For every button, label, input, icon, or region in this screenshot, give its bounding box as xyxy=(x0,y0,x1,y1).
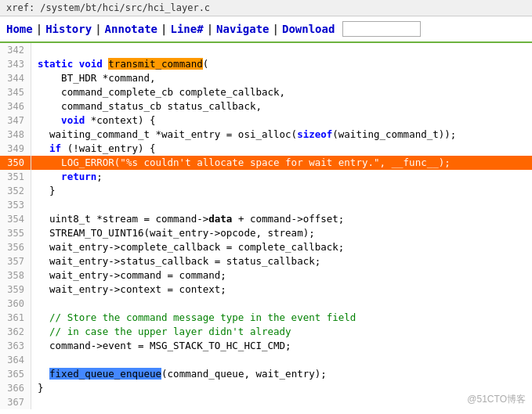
line-number: 349 xyxy=(0,142,31,156)
line-content: wait_entry->context = context; xyxy=(31,283,226,297)
line-content: uint8_t *stream = command->data + comman… xyxy=(31,212,344,226)
line-number: 350 xyxy=(0,156,31,170)
line-content: if (!wait_entry) { xyxy=(31,142,156,156)
line-number: 362 xyxy=(0,325,31,339)
table-row: 367 xyxy=(0,395,532,409)
line-content: LOG_ERROR("%s couldn't allocate space fo… xyxy=(31,156,451,170)
nav-sep-2: | xyxy=(95,23,101,35)
table-row: 351 return; xyxy=(0,170,532,184)
line-content: waiting_command_t *wait_entry = osi_allo… xyxy=(31,128,456,142)
line-content xyxy=(31,353,38,367)
line-number: 345 xyxy=(0,85,31,99)
line-number: 359 xyxy=(0,283,31,297)
line-number: 366 xyxy=(0,381,31,395)
line-content: STREAM_TO_UINT16(wait_entry->opcode, str… xyxy=(31,226,315,240)
line-number: 357 xyxy=(0,254,31,268)
line-content: fixed_queue_enqueue(command_queue, wait_… xyxy=(31,367,327,381)
line-number: 344 xyxy=(0,71,31,85)
nav-lineno[interactable]: Line# xyxy=(170,23,203,35)
nav-home[interactable]: Home xyxy=(6,23,33,35)
table-row: 345 command_complete_cb complete_callbac… xyxy=(0,85,532,99)
line-content: command_complete_cb complete_callback, xyxy=(31,85,285,99)
table-row: 364 xyxy=(0,353,532,367)
file-path: xref: /system/bt/hci/src/hci_layer.c xyxy=(6,2,210,13)
watermark: @51CTO博客 xyxy=(467,393,526,406)
table-row: 361 // Store the command message type in… xyxy=(0,311,532,325)
line-number: 363 xyxy=(0,339,31,353)
search-input[interactable] xyxy=(342,21,421,37)
line-number: 365 xyxy=(0,367,31,381)
line-content xyxy=(31,395,38,409)
line-number: 354 xyxy=(0,212,31,226)
table-row: 360 xyxy=(0,297,532,311)
line-number: 361 xyxy=(0,311,31,325)
table-row: 362 // in case the upper layer didn't al… xyxy=(0,325,532,339)
line-number: 348 xyxy=(0,128,31,142)
nav-sep-1: | xyxy=(36,23,42,35)
table-row: 359 wait_entry->context = context; xyxy=(0,283,532,297)
table-row: 366 } xyxy=(0,381,532,395)
line-content xyxy=(31,43,38,57)
nav-sep-5: | xyxy=(273,23,279,35)
line-content: BT_HDR *command, xyxy=(31,71,156,85)
table-row: 344 BT_HDR *command, xyxy=(0,71,532,85)
line-content xyxy=(31,198,38,212)
nav-navigate[interactable]: Navigate xyxy=(216,23,269,35)
line-number: 356 xyxy=(0,240,31,254)
table-row: 343 static void transmit_command( xyxy=(0,57,532,71)
line-number: 352 xyxy=(0,184,31,198)
nav-annotate[interactable]: Annotate xyxy=(105,23,157,35)
line-number: 358 xyxy=(0,268,31,283)
table-row: 349 if (!wait_entry) { xyxy=(0,142,532,156)
line-content: // Store the command message type in the… xyxy=(31,311,356,325)
line-number: 360 xyxy=(0,297,31,311)
line-content: } xyxy=(31,184,56,198)
table-row: 355 STREAM_TO_UINT16(wait_entry->opcode,… xyxy=(0,226,532,240)
line-content: static void transmit_command( xyxy=(31,57,208,71)
line-content: command_status_cb status_callback, xyxy=(31,99,262,113)
nav-history[interactable]: History xyxy=(45,23,92,35)
line-number: 343 xyxy=(0,57,31,71)
line-content: } xyxy=(31,381,44,395)
table-row: 358 wait_entry->command = command; xyxy=(0,268,532,283)
table-row: 350 LOG_ERROR("%s couldn't allocate spac… xyxy=(0,156,532,170)
table-row: 347 void *context) { xyxy=(0,113,532,128)
line-content xyxy=(31,297,38,311)
line-content: wait_entry->command = command; xyxy=(31,268,226,283)
nav-download[interactable]: Download xyxy=(282,23,335,35)
table-row: 353 xyxy=(0,198,532,212)
line-number: 351 xyxy=(0,170,31,184)
line-content: command->event = MSG_STACK_TO_HC_HCI_CMD… xyxy=(31,339,291,353)
table-row: 365 fixed_queue_enqueue(command_queue, w… xyxy=(0,367,532,381)
line-number: 364 xyxy=(0,353,31,367)
line-content: void *context) { xyxy=(31,113,156,128)
table-row: 348 waiting_command_t *wait_entry = osi_… xyxy=(0,128,532,142)
line-number: 353 xyxy=(0,198,31,212)
line-content: wait_entry->status_callback = status_cal… xyxy=(31,254,320,268)
table-row: 357 wait_entry->status_callback = status… xyxy=(0,254,532,268)
navigation-bar: Home | History | Annotate | Line# | Navi… xyxy=(0,16,532,43)
line-content: return; xyxy=(31,170,103,184)
nav-sep-3: | xyxy=(161,23,167,35)
table-row: 354 uint8_t *stream = command->data + co… xyxy=(0,212,532,226)
line-content: wait_entry->complete_callback = complete… xyxy=(31,240,344,254)
line-number: 355 xyxy=(0,226,31,240)
line-number: 342 xyxy=(0,43,31,57)
table-row: 352 } xyxy=(0,184,532,198)
nav-sep-4: | xyxy=(207,23,213,35)
table-row: 346 command_status_cb status_callback, xyxy=(0,99,532,113)
code-display: 342 343 static void transmit_command( 34… xyxy=(0,43,532,409)
file-path-bar: xref: /system/bt/hci/src/hci_layer.c xyxy=(0,0,532,16)
line-number: 347 xyxy=(0,113,31,128)
line-number: 367 xyxy=(0,395,31,409)
table-row: 342 xyxy=(0,43,532,57)
table-row: 363 command->event = MSG_STACK_TO_HC_HCI… xyxy=(0,339,532,353)
line-content: // in case the upper layer didn't alread… xyxy=(31,325,291,339)
line-number: 346 xyxy=(0,99,31,113)
table-row: 356 wait_entry->complete_callback = comp… xyxy=(0,240,532,254)
